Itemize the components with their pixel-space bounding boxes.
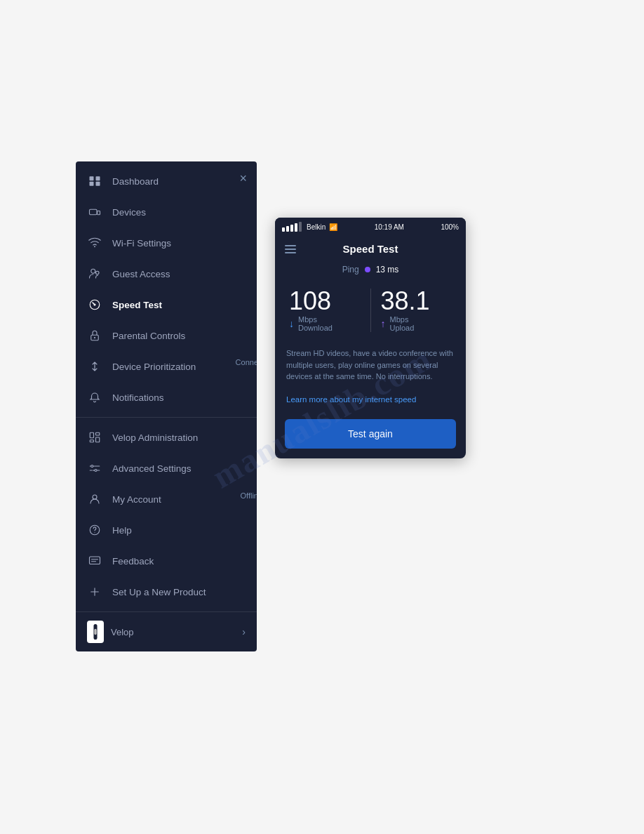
wifi-icon [87,235,102,251]
feedback-icon [87,553,102,569]
sidebar-item-setup[interactable]: Set Up a New Product [76,576,257,607]
hamburger-icon[interactable] [285,245,296,253]
main-container: Dashboard Devices [76,161,466,651]
learn-more-link[interactable]: Learn more about my internet speed [275,392,466,415]
download-unit-row: ↓ Mbps Download [289,315,361,332]
signal-dot-5 [299,222,302,232]
svg-rect-15 [96,437,100,442]
speed-test-label: Speed Test [112,300,162,310]
setup-label: Set Up a New Product [112,587,206,597]
download-arrow: ↓ [289,318,294,329]
status-bar-left: Belkin 📶 [282,222,337,232]
nav-menu: Dashboard Devices [76,161,257,611]
guest-icon [87,266,102,282]
status-time: 10:19 AM [375,223,404,231]
svg-rect-22 [90,557,100,564]
offline-label: Offlin [241,491,257,500]
sidebar-item-guest[interactable]: Guest Access [76,258,257,289]
sidebar-footer[interactable]: Velop › [76,611,257,651]
footer-chevron[interactable]: › [242,626,246,637]
sidebar: Dashboard Devices [76,161,257,651]
sidebar-item-help[interactable]: Help [76,515,257,545]
sidebar-item-feedback[interactable]: Feedback [76,545,257,576]
settings-icon [87,461,102,476]
svg-point-17 [91,465,93,468]
signal-dot-2 [286,226,289,232]
svg-rect-16 [90,440,93,442]
download-value: 108 [289,289,361,314]
sidebar-item-speed-test[interactable]: Speed Test [76,289,257,320]
account-icon [87,491,102,507]
sidebar-item-notifications[interactable]: Notifications [76,382,257,413]
sidebar-item-dashboard[interactable]: Dashboard [76,166,257,197]
svg-rect-3 [96,182,100,186]
svg-rect-4 [90,209,98,215]
sidebar-item-velop-admin[interactable]: Velop Administration [76,422,257,453]
sidebar-item-priority[interactable]: Device Prioritization [76,351,257,382]
sidebar-item-devices[interactable]: Devices [76,197,257,227]
my-account-label: My Account [112,494,161,505]
sidebar-item-advanced[interactable]: Advanced Settings [76,453,257,484]
svg-point-19 [93,495,97,499]
signal-dot-1 [282,227,285,232]
download-type: Download [298,324,333,332]
phone-status-bar: Belkin 📶 10:19 AM 100% [275,218,466,236]
svg-point-10 [94,304,96,306]
ping-dot [365,267,370,272]
notifications-label: Notifications [112,392,164,403]
wifi-status-icon: 📶 [329,223,337,231]
svg-point-12 [94,337,95,338]
speedtest-icon [87,297,102,312]
svg-rect-5 [98,211,100,215]
dashboard-icon [87,173,102,189]
svg-point-7 [91,269,95,273]
test-again-button[interactable]: Test again [285,419,456,449]
signal-dots [282,222,302,232]
upload-type: Upload [390,324,415,332]
help-label: Help [112,525,132,536]
sidebar-item-my-account[interactable]: My Account [76,484,257,515]
dashboard-label: Dashboard [112,176,159,187]
svg-rect-14 [96,432,100,435]
plus-icon [87,584,102,600]
hamburger-line-2 [285,249,296,250]
svg-rect-24 [94,629,96,635]
sidebar-item-wifi[interactable]: Wi-Fi Settings [76,227,257,258]
priority-icon [87,359,102,374]
phone-app-title: Speed Test [343,243,398,255]
parental-icon [87,328,102,343]
velop-admin-label: Velop Administration [112,432,198,443]
footer-device-name: Velop [111,627,134,637]
svg-point-18 [95,470,97,472]
ping-label: Ping [342,265,359,274]
download-meta: Mbps Download [298,315,333,332]
footer-device: Velop [87,621,134,643]
sidebar-item-parental[interactable]: Parental Controls [76,320,257,351]
hamburger-line-1 [285,245,296,246]
help-icon [87,522,102,538]
svg-rect-0 [90,176,94,180]
svg-rect-2 [90,182,94,186]
wifi-label: Wi-Fi Settings [112,238,171,249]
upload-unit-row: ↑ Mbps Upload [381,315,452,332]
devices-icon [87,204,102,220]
ping-value: 13 ms [376,265,399,274]
description-section: Stream HD videos, have a video conferenc… [275,342,466,392]
upload-arrow: ↑ [381,318,386,329]
guest-label: Guest Access [112,269,170,279]
svg-point-6 [94,246,95,247]
upload-meta: Mbps Upload [390,315,415,332]
download-unit: Mbps [298,315,333,324]
feedback-label: Feedback [112,556,154,567]
hamburger-line-3 [285,252,296,253]
close-button[interactable]: × [239,171,247,186]
phone-panel: Belkin 📶 10:19 AM 100% Speed Test Ping 1… [275,218,466,458]
download-section: 108 ↓ Mbps Download [289,289,371,332]
parental-label: Parental Controls [112,331,185,341]
speed-section: 108 ↓ Mbps Download 38.1 ↑ Mbps Upload [275,282,466,342]
velop-device-icon [87,621,104,643]
phone-header: Speed Test [275,236,466,262]
svg-rect-13 [90,432,93,438]
ping-section: Ping 13 ms [275,262,466,282]
priority-label: Device Prioritization [112,362,196,372]
